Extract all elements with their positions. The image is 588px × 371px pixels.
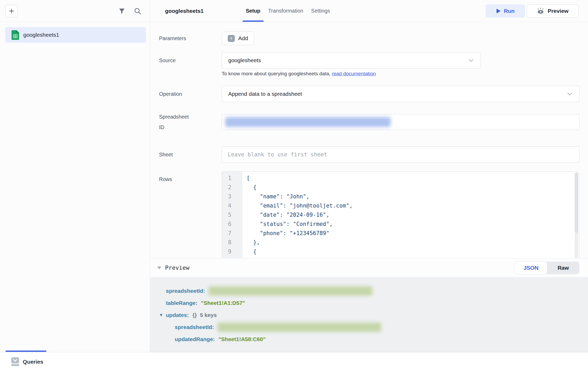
- sidebar-header: [0, 0, 150, 22]
- read-documentation-link[interactable]: read documentation: [332, 71, 376, 76]
- toggle-json[interactable]: JSON: [515, 262, 547, 274]
- repeated-line: [: [247, 174, 579, 183]
- query-sidebar: googlesheets1: [0, 0, 150, 352]
- add-parameter-button[interactable]: + Add: [222, 31, 254, 45]
- search-icon: [134, 7, 141, 15]
- preview-button-label: Preview: [548, 8, 568, 14]
- json-braces: {}: [193, 312, 197, 318]
- repeated-line: 7: [222, 229, 231, 238]
- expand-node-icon[interactable]: ▼: [159, 313, 164, 317]
- repeated-line: "date": "2024-09-16",: [247, 210, 579, 220]
- repeated-line: 6: [222, 220, 231, 229]
- filter-icon: [118, 7, 126, 15]
- operation-row: Operation Append data to a spreadsheet: [159, 86, 579, 102]
- repeated-line: 9: [222, 247, 231, 256]
- rows-code-editor[interactable]: 12345678910 [ { "name": "John", "email":…: [222, 171, 579, 258]
- rows-row: Rows 12345678910 [ { "name": "John", "em…: [159, 171, 579, 258]
- spreadsheet-id-label-line2: ID: [159, 124, 164, 130]
- sheet-label: Sheet: [159, 149, 222, 160]
- repeated-line: 4: [222, 201, 231, 210]
- json-key: updatedRange:: [175, 336, 215, 342]
- queries-panel-icon[interactable]: [11, 357, 19, 366]
- eye-icon: [537, 7, 545, 15]
- sheet-row: Sheet: [159, 146, 579, 163]
- redacted-json-value: [209, 286, 372, 296]
- spreadsheet-id-row: Spreadsheet ID: [159, 112, 579, 132]
- operation-select-value: Append data to a spreadsheet: [228, 91, 302, 97]
- preview-row-updated-range: updatedRange: "Sheet1!A58:C60": [175, 334, 588, 344]
- operation-control: Append data to a spreadsheet: [222, 86, 579, 102]
- repeated-line: {: [247, 183, 579, 192]
- header-actions: Run Preview: [486, 4, 579, 18]
- spreadsheet-id-control: [222, 114, 579, 130]
- preview-mode-toggle: JSON Raw: [515, 262, 579, 274]
- query-list-item-googlesheets1[interactable]: googlesheets1: [5, 27, 146, 43]
- rows-label: Rows: [159, 171, 222, 184]
- source-helper-text: To know more about querying googlesheets…: [222, 71, 579, 77]
- source-select[interactable]: googlesheets: [222, 52, 481, 68]
- parameters-control: + Add: [222, 31, 579, 45]
- preview-row-table-range: tableRange: "Sheet1!A1:D57": [166, 298, 588, 308]
- parameters-row: Parameters + Add: [159, 31, 579, 45]
- source-row: Source googlesheets To know more about q…: [159, 52, 579, 77]
- search-button[interactable]: [133, 7, 142, 15]
- repeated-line: "status": "Confirmed",: [247, 220, 579, 229]
- collapse-preview-icon[interactable]: [157, 267, 161, 269]
- add-query-button[interactable]: [5, 5, 18, 17]
- play-icon: [496, 8, 501, 14]
- operation-select[interactable]: Append data to a spreadsheet: [222, 86, 579, 102]
- preview-output: spreadsheetId: tableRange: "Sheet1!A1:D5…: [150, 277, 588, 352]
- sheet-input[interactable]: [222, 146, 579, 163]
- repeated-line: 10: [222, 256, 231, 258]
- filter-button[interactable]: [117, 7, 126, 15]
- rows-control: 12345678910 [ { "name": "John", "email":…: [222, 171, 579, 258]
- editor-scrollbar-thumb[interactable]: [575, 172, 578, 233]
- bottom-panel-bar: Queries: [0, 352, 588, 371]
- queries-tab-label[interactable]: Queries: [23, 359, 43, 365]
- source-select-value: googlesheets: [228, 57, 261, 63]
- spreadsheet-id-input[interactable]: [222, 114, 579, 130]
- parameters-label: Parameters: [159, 33, 222, 44]
- helper-prefix: To know more about querying googlesheets…: [222, 71, 332, 76]
- source-label: Source: [159, 52, 222, 66]
- spreadsheet-id-label: Spreadsheet ID: [159, 112, 222, 132]
- spreadsheet-id-label-line1: Spreadsheet: [159, 114, 189, 120]
- json-key: spreadsheetId:: [166, 288, 205, 294]
- preview-button[interactable]: Preview: [527, 4, 579, 18]
- queries-tab-active-indicator: [6, 351, 46, 352]
- query-title: googlesheets1: [165, 8, 204, 14]
- repeated-line: "phone": "+123456789": [247, 229, 579, 238]
- preview-row-updates: ▼ updates: {} 5 keys: [159, 310, 588, 320]
- query-item-label: googlesheets1: [23, 32, 59, 38]
- tab-transformation[interactable]: Transformation: [268, 0, 303, 22]
- editor-line-numbers: 12345678910: [222, 172, 242, 258]
- repeated-line: "name": "Jane",: [247, 256, 579, 258]
- repeated-line: 8: [222, 238, 231, 247]
- repeated-line: 2: [222, 183, 231, 192]
- panel-chevron-chip: [11, 357, 19, 363]
- redacted-spreadsheet-id-value: [225, 117, 391, 127]
- operation-label: Operation: [159, 89, 222, 99]
- run-button-label: Run: [504, 8, 515, 14]
- json-key: spreadsheetId:: [175, 324, 214, 330]
- json-value: "Sheet1!A1:D57": [201, 300, 245, 306]
- tab-settings[interactable]: Settings: [311, 0, 330, 22]
- source-control: googlesheets To know more about querying…: [222, 52, 579, 77]
- tab-setup[interactable]: Setup: [246, 0, 260, 22]
- json-value: "Sheet1!A58:C60": [219, 336, 266, 342]
- editor-code[interactable]: [ { "name": "John", "email": "john@toolj…: [242, 172, 579, 258]
- run-button[interactable]: Run: [486, 4, 525, 18]
- google-sheets-icon: [12, 30, 19, 40]
- preview-section-header: Preview JSON Raw: [150, 258, 588, 277]
- repeated-line: "name": "John",: [247, 192, 579, 201]
- sheet-control: [222, 146, 579, 163]
- chevron-down-icon: [13, 359, 17, 362]
- preview-row-spreadsheet-id: spreadsheetId:: [166, 286, 588, 296]
- repeated-line: "email": "john@tooljet.com",: [247, 201, 579, 210]
- preview-section-title: Preview: [165, 264, 189, 271]
- workspace: googlesheets1 googlesheets1 Setup Transf…: [0, 0, 588, 352]
- toggle-raw[interactable]: Raw: [547, 262, 579, 274]
- editor-scrollbar[interactable]: [575, 172, 578, 258]
- json-key: tableRange:: [166, 300, 197, 306]
- json-key: updates:: [166, 312, 189, 318]
